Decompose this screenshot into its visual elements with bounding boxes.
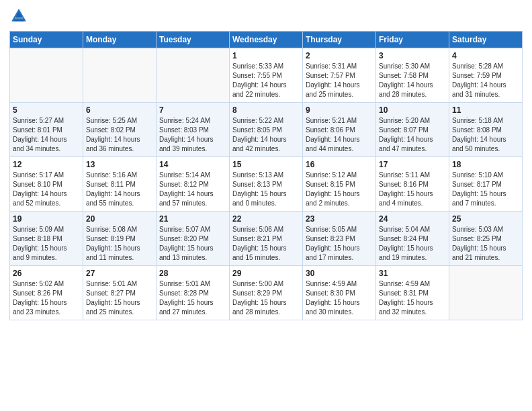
day-info: Sunrise: 5:16 AM Sunset: 8:11 PM Dayligh…: [86, 171, 153, 208]
day-info: Sunrise: 5:01 AM Sunset: 8:28 PM Dayligh…: [159, 279, 226, 317]
calendar-cell: 5Sunrise: 5:27 AM Sunset: 8:01 PM Daylig…: [10, 103, 83, 157]
day-number: 9: [306, 105, 373, 115]
day-info: Sunrise: 5:30 AM Sunset: 7:58 PM Dayligh…: [379, 62, 446, 99]
calendar-cell: 27Sunrise: 5:01 AM Sunset: 8:27 PM Dayli…: [83, 266, 157, 320]
weekday-header-wednesday: Wednesday: [230, 32, 303, 48]
day-info: Sunrise: 5:33 AM Sunset: 7:55 PM Dayligh…: [232, 62, 300, 99]
day-info: Sunrise: 5:14 AM Sunset: 8:12 PM Dayligh…: [159, 171, 226, 208]
day-number: 18: [452, 160, 519, 169]
day-info: Sunrise: 5:20 AM Sunset: 8:07 PM Dayligh…: [379, 116, 446, 154]
calendar-cell: 7Sunrise: 5:24 AM Sunset: 8:03 PM Daylig…: [157, 103, 230, 157]
calendar-cell: 29Sunrise: 5:00 AM Sunset: 8:29 PM Dayli…: [230, 266, 303, 320]
day-info: Sunrise: 5:27 AM Sunset: 8:01 PM Dayligh…: [13, 116, 80, 154]
calendar-cell: 15Sunrise: 5:13 AM Sunset: 8:13 PM Dayli…: [230, 157, 303, 212]
day-info: Sunrise: 5:01 AM Sunset: 8:27 PM Dayligh…: [86, 279, 153, 317]
calendar-cell: 13Sunrise: 5:16 AM Sunset: 8:11 PM Dayli…: [83, 157, 157, 212]
day-info: Sunrise: 5:06 AM Sunset: 8:21 PM Dayligh…: [232, 225, 300, 263]
day-number: 1: [232, 51, 300, 60]
calendar-cell: 1Sunrise: 5:33 AM Sunset: 7:55 PM Daylig…: [230, 48, 303, 103]
day-number: 25: [452, 214, 519, 224]
day-number: 6: [86, 105, 153, 115]
day-number: 21: [159, 214, 226, 224]
logo: [9, 7, 31, 26]
calendar-cell: 6Sunrise: 5:25 AM Sunset: 8:02 PM Daylig…: [83, 103, 157, 157]
day-number: 15: [232, 160, 300, 169]
day-info: Sunrise: 5:21 AM Sunset: 8:06 PM Dayligh…: [306, 116, 373, 154]
day-number: 8: [232, 105, 300, 115]
weekday-header-monday: Monday: [83, 32, 157, 48]
header: [9, 7, 523, 26]
day-number: 4: [452, 51, 519, 60]
day-number: 22: [232, 214, 300, 224]
day-info: Sunrise: 5:03 AM Sunset: 8:25 PM Dayligh…: [452, 225, 519, 263]
weekday-header-friday: Friday: [376, 32, 449, 48]
calendar-cell: 22Sunrise: 5:06 AM Sunset: 8:21 PM Dayli…: [230, 212, 303, 266]
calendar-cell: [83, 48, 157, 103]
day-number: 26: [13, 269, 80, 278]
calendar-cell: 31Sunrise: 4:59 AM Sunset: 8:31 PM Dayli…: [376, 266, 449, 320]
calendar-week-4: 19Sunrise: 5:09 AM Sunset: 8:18 PM Dayli…: [10, 212, 523, 266]
day-info: Sunrise: 5:02 AM Sunset: 8:26 PM Dayligh…: [13, 279, 80, 317]
day-number: 20: [86, 214, 153, 224]
calendar-cell: 16Sunrise: 5:12 AM Sunset: 8:15 PM Dayli…: [303, 157, 376, 212]
day-number: 30: [306, 269, 373, 278]
day-number: 10: [379, 105, 446, 115]
day-number: 12: [13, 160, 80, 169]
day-info: Sunrise: 5:10 AM Sunset: 8:17 PM Dayligh…: [452, 171, 519, 208]
calendar-cell: [10, 48, 83, 103]
day-info: Sunrise: 5:12 AM Sunset: 8:15 PM Dayligh…: [306, 171, 373, 208]
logo-icon: [9, 7, 28, 26]
calendar-cell: 30Sunrise: 4:59 AM Sunset: 8:30 PM Dayli…: [303, 266, 376, 320]
calendar-cell: 17Sunrise: 5:11 AM Sunset: 8:16 PM Dayli…: [376, 157, 449, 212]
calendar-cell: 11Sunrise: 5:18 AM Sunset: 8:08 PM Dayli…: [449, 103, 523, 157]
day-number: 11: [452, 105, 519, 115]
day-info: Sunrise: 5:04 AM Sunset: 8:24 PM Dayligh…: [379, 225, 446, 263]
calendar-week-2: 5Sunrise: 5:27 AM Sunset: 8:01 PM Daylig…: [10, 103, 523, 157]
calendar-week-3: 12Sunrise: 5:17 AM Sunset: 8:10 PM Dayli…: [10, 157, 523, 212]
day-info: Sunrise: 5:00 AM Sunset: 8:29 PM Dayligh…: [232, 279, 300, 317]
calendar-cell: 23Sunrise: 5:05 AM Sunset: 8:23 PM Dayli…: [303, 212, 376, 266]
weekday-header-thursday: Thursday: [303, 32, 376, 48]
calendar-cell: 2Sunrise: 5:31 AM Sunset: 7:57 PM Daylig…: [303, 48, 376, 103]
day-info: Sunrise: 5:11 AM Sunset: 8:16 PM Dayligh…: [379, 171, 446, 208]
day-info: Sunrise: 5:22 AM Sunset: 8:05 PM Dayligh…: [232, 116, 300, 154]
calendar-cell: 8Sunrise: 5:22 AM Sunset: 8:05 PM Daylig…: [230, 103, 303, 157]
day-number: 3: [379, 51, 446, 60]
calendar-cell: 14Sunrise: 5:14 AM Sunset: 8:12 PM Dayli…: [157, 157, 230, 212]
day-info: Sunrise: 5:17 AM Sunset: 8:10 PM Dayligh…: [13, 171, 80, 208]
calendar-cell: 4Sunrise: 5:28 AM Sunset: 7:59 PM Daylig…: [449, 48, 523, 103]
day-info: Sunrise: 5:18 AM Sunset: 8:08 PM Dayligh…: [452, 116, 519, 154]
day-number: 31: [379, 269, 446, 278]
calendar-table: SundayMondayTuesdayWednesdayThursdayFrid…: [9, 31, 523, 320]
calendar-cell: 12Sunrise: 5:17 AM Sunset: 8:10 PM Dayli…: [10, 157, 83, 212]
day-info: Sunrise: 4:59 AM Sunset: 8:30 PM Dayligh…: [306, 279, 373, 317]
day-number: 17: [379, 160, 446, 169]
calendar-cell: 18Sunrise: 5:10 AM Sunset: 8:17 PM Dayli…: [449, 157, 523, 212]
calendar-cell: 19Sunrise: 5:09 AM Sunset: 8:18 PM Dayli…: [10, 212, 83, 266]
day-number: 24: [379, 214, 446, 224]
calendar-cell: 9Sunrise: 5:21 AM Sunset: 8:06 PM Daylig…: [303, 103, 376, 157]
day-number: 2: [306, 51, 373, 60]
day-number: 5: [13, 105, 80, 115]
day-info: Sunrise: 5:24 AM Sunset: 8:03 PM Dayligh…: [159, 116, 226, 154]
calendar-cell: 25Sunrise: 5:03 AM Sunset: 8:25 PM Dayli…: [449, 212, 523, 266]
day-info: Sunrise: 5:31 AM Sunset: 7:57 PM Dayligh…: [306, 62, 373, 99]
calendar-cell: 20Sunrise: 5:08 AM Sunset: 8:19 PM Dayli…: [83, 212, 157, 266]
svg-rect-2: [15, 17, 23, 19]
page: SundayMondayTuesdayWednesdayThursdayFrid…: [0, 0, 532, 411]
day-info: Sunrise: 4:59 AM Sunset: 8:31 PM Dayligh…: [379, 279, 446, 317]
day-number: 7: [159, 105, 226, 115]
day-number: 29: [232, 269, 300, 278]
weekday-header-saturday: Saturday: [449, 32, 523, 48]
calendar-cell: 21Sunrise: 5:07 AM Sunset: 8:20 PM Dayli…: [157, 212, 230, 266]
calendar-cell: 3Sunrise: 5:30 AM Sunset: 7:58 PM Daylig…: [376, 48, 449, 103]
weekday-header-tuesday: Tuesday: [157, 32, 230, 48]
day-number: 28: [159, 269, 226, 278]
day-number: 13: [86, 160, 153, 169]
calendar-cell: 28Sunrise: 5:01 AM Sunset: 8:28 PM Dayli…: [157, 266, 230, 320]
calendar-cell: 10Sunrise: 5:20 AM Sunset: 8:07 PM Dayli…: [376, 103, 449, 157]
day-info: Sunrise: 5:08 AM Sunset: 8:19 PM Dayligh…: [86, 225, 153, 263]
calendar-cell: [157, 48, 230, 103]
calendar-cell: [449, 266, 523, 320]
calendar-week-1: 1Sunrise: 5:33 AM Sunset: 7:55 PM Daylig…: [10, 48, 523, 103]
